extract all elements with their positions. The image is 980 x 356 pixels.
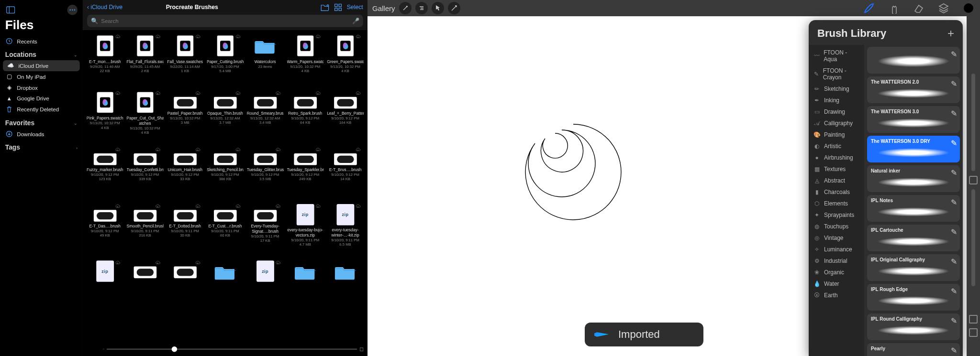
file-item[interactable]: E-T_Cust…r.brush9/10/20, 9:11 PM60 KB bbox=[206, 203, 245, 258]
brush-category[interactable]: ✎FTOON - Crayon bbox=[809, 65, 864, 83]
brush-item[interactable]: The WATTERSON 3.0✎ bbox=[867, 106, 960, 133]
brush-category[interactable]: ⚙Industrial bbox=[809, 255, 864, 267]
file-item[interactable]: Round_Smeary.brush9/13/20, 12:32 AM3.4 M… bbox=[246, 89, 285, 144]
file-item[interactable]: Opaque_Thin.brush9/13/20, 12:32 AM3.7 MB bbox=[206, 89, 245, 144]
view-grid-icon[interactable] bbox=[334, 4, 342, 11]
file-item[interactable]: E-T_mon….brush9/29/20, 11:46 AM22 KB bbox=[86, 33, 124, 88]
file-item[interactable]: Every-Tuesday-Signat….brush9/10/20, 9:11… bbox=[246, 203, 285, 258]
thumbnail-size-slider[interactable]: ▫ ◻ bbox=[103, 345, 364, 352]
file-item[interactable]: zipevery-tuesday-winter-…-kit.zip9/10/20… bbox=[326, 203, 365, 258]
file-item[interactable]: E-T_Brus….brush9/10/20, 9:12 PM14 KB bbox=[326, 146, 365, 201]
sidebar-recents[interactable]: Recents bbox=[0, 35, 83, 46]
file-item[interactable]: Pastel_Paper.brush9/13/20, 10:32 PM3 MB bbox=[166, 89, 204, 144]
loc-recentdel[interactable]: Recently Deleted bbox=[0, 104, 83, 115]
fav-downloads[interactable]: Downloads bbox=[0, 129, 83, 140]
file-item[interactable]: Watercolors23 items bbox=[246, 33, 285, 88]
brush-item[interactable]: IPL Original Calligraphy✎ bbox=[867, 254, 960, 281]
file-item[interactable]: Leaf_+_Berry_Pattern.brush9/10/20, 9:12 … bbox=[326, 89, 365, 144]
brush-item[interactable]: IPL Notes✎ bbox=[867, 195, 960, 222]
loc-gdrive[interactable]: ▲Google Drive bbox=[0, 93, 83, 104]
file-item[interactable]: Tuesday_Sparkler.brush9/10/20, 9:12 PM24… bbox=[286, 146, 325, 201]
brush-category[interactable]: ◍Touchups bbox=[809, 221, 864, 232]
brush-category[interactable]: 〰FTOON - Aqua bbox=[809, 47, 864, 65]
color-icon[interactable] bbox=[962, 1, 975, 15]
transform-icon[interactable] bbox=[448, 2, 460, 14]
brush-category[interactable]: 𝒜Calligraphy bbox=[809, 118, 864, 129]
file-item[interactable]: Paper_Cutting.brushset9/17/20, 3:00 PM5.… bbox=[206, 33, 245, 88]
file-item[interactable]: zip bbox=[86, 259, 124, 314]
brush-category[interactable]: ●Airbrushing bbox=[809, 152, 864, 163]
brush-category[interactable]: ✦Spraypaints bbox=[809, 209, 864, 221]
file-item[interactable]: Warm_Papers.swatches9/13/20, 10:32 PM4 K… bbox=[286, 33, 325, 88]
mic-icon[interactable]: 🎤 bbox=[352, 17, 359, 24]
file-item[interactable] bbox=[166, 259, 204, 314]
smudge-tool-icon[interactable] bbox=[887, 1, 901, 15]
actions-icon[interactable] bbox=[399, 2, 412, 14]
favorites-header[interactable]: Favorites⌄ bbox=[0, 115, 83, 128]
gallery-button[interactable]: Gallery bbox=[372, 4, 395, 12]
brush-item[interactable]: Natural inker✎ bbox=[867, 165, 960, 192]
loc-dropbox[interactable]: ◈Dropbox bbox=[0, 82, 83, 93]
file-item[interactable]: Fall_Vase.swatches9/22/20, 11:14 AM1 KB bbox=[166, 33, 204, 88]
file-item[interactable]: Tuesday_Glitter.brush9/10/20, 9:12 PM3.5… bbox=[246, 146, 285, 201]
brush-category[interactable]: 🎨Painting bbox=[809, 129, 864, 140]
brush-category[interactable]: ◬Abstract bbox=[809, 175, 864, 186]
loc-icloud[interactable]: ☁️iCloud Drive bbox=[3, 60, 80, 71]
brush-item[interactable]: The WATTERSON 2.0✎ bbox=[867, 76, 960, 103]
search-input[interactable] bbox=[101, 18, 349, 24]
file-item[interactable]: zipevery-tuesday-bujo-vectors.zip9/10/20… bbox=[286, 203, 325, 258]
brush-category[interactable]: ✒Inking bbox=[809, 95, 864, 106]
brush-item[interactable]: IPL Round Calligraphy✎ bbox=[867, 313, 960, 340]
brush-category[interactable]: ⬡Elements bbox=[809, 198, 864, 209]
redo-button[interactable] bbox=[969, 328, 978, 337]
brush-category[interactable]: ▦Textures bbox=[809, 163, 864, 175]
file-item[interactable]: Retro_Spark.brush9/10/20, 9:12 PM64 KB bbox=[286, 89, 325, 144]
file-item[interactable] bbox=[286, 259, 325, 314]
brush-item[interactable]: The WATTERSON 3.0 DRY✎ bbox=[867, 136, 960, 162]
file-item[interactable]: Tuesday_Confetti.brush9/10/20, 9:12 PM33… bbox=[126, 146, 165, 201]
brush-category[interactable]: ◎Vintage bbox=[809, 232, 864, 244]
file-item[interactable] bbox=[206, 259, 245, 314]
brush-category[interactable]: ❀Organic bbox=[809, 267, 864, 278]
file-item[interactable] bbox=[326, 259, 365, 314]
eraser-tool-icon[interactable] bbox=[912, 1, 925, 15]
file-item[interactable]: Sketching_Pencil.brush9/10/20, 9:12 PM38… bbox=[206, 146, 245, 201]
undo-button[interactable] bbox=[969, 315, 978, 324]
opacity-slider[interactable] bbox=[971, 189, 975, 287]
brush-item[interactable]: ✎ bbox=[867, 47, 960, 74]
modify-button[interactable] bbox=[969, 176, 978, 184]
layers-icon[interactable] bbox=[937, 1, 950, 15]
brush-category[interactable]: ✧Luminance bbox=[809, 244, 864, 255]
select-button[interactable]: Select bbox=[347, 4, 363, 11]
brush-category[interactable]: ▮Charcoals bbox=[809, 186, 864, 198]
brush-item[interactable]: IPL Cartouche✎ bbox=[867, 225, 960, 251]
file-item[interactable]: Smooth_Pencil.brush9/10/20, 9:11 PM216 K… bbox=[126, 203, 165, 258]
file-item[interactable]: Pink_Papers.swatches9/13/20, 10:32 PM4 K… bbox=[86, 89, 124, 144]
sidebar-toggle-icon[interactable] bbox=[5, 4, 16, 15]
file-item[interactable] bbox=[126, 259, 165, 314]
select-icon[interactable] bbox=[432, 2, 444, 14]
file-item[interactable]: Green_Papers.swatches9/13/20, 10:32 PM4 … bbox=[326, 33, 365, 88]
brush-category[interactable]: ⦿Earth bbox=[809, 290, 864, 301]
search-field[interactable]: 🔍 🎤 bbox=[87, 15, 363, 27]
file-item[interactable]: E-T_Dotted.brush9/10/20, 9:11 PM30 KB bbox=[166, 203, 204, 258]
brush-category[interactable]: ▭Drawing bbox=[809, 106, 864, 118]
file-item[interactable]: E-T_Das….brush9/10/20, 9:12 PM49 KB bbox=[86, 203, 124, 258]
brush-item[interactable]: Pearly✎ bbox=[867, 343, 960, 356]
brush-tool-icon[interactable] bbox=[862, 1, 876, 15]
brush-category[interactable]: ◐Artistic bbox=[809, 140, 864, 152]
file-item[interactable]: zip bbox=[246, 259, 285, 314]
locations-header[interactable]: Locations⌄ bbox=[0, 47, 83, 60]
brush-category[interactable]: 💧Water bbox=[809, 278, 864, 290]
file-item[interactable]: Fuzzy_marker.brush9/10/20, 9:12 PM123 KB bbox=[86, 146, 124, 201]
add-brush-icon[interactable]: + bbox=[947, 27, 954, 40]
tags-header[interactable]: Tags› bbox=[0, 140, 83, 153]
file-item[interactable]: Paper_Cut_Out_Shark…atches9/13/20, 10:32… bbox=[126, 89, 165, 144]
file-item[interactable]: Flat_Fall_Florals.swatches9/29/20, 11:45… bbox=[126, 33, 165, 88]
file-item[interactable]: Unicorn_Hair.brush9/10/20, 9:12 PM33 KB bbox=[166, 146, 204, 201]
adjust-icon[interactable] bbox=[415, 2, 428, 14]
brush-size-slider[interactable] bbox=[971, 74, 975, 171]
brush-category[interactable]: ✏Sketching bbox=[809, 83, 864, 95]
brush-item[interactable]: IPL Rough Edge✎ bbox=[867, 284, 960, 311]
loc-ipad[interactable]: ▢On My iPad bbox=[0, 71, 83, 82]
